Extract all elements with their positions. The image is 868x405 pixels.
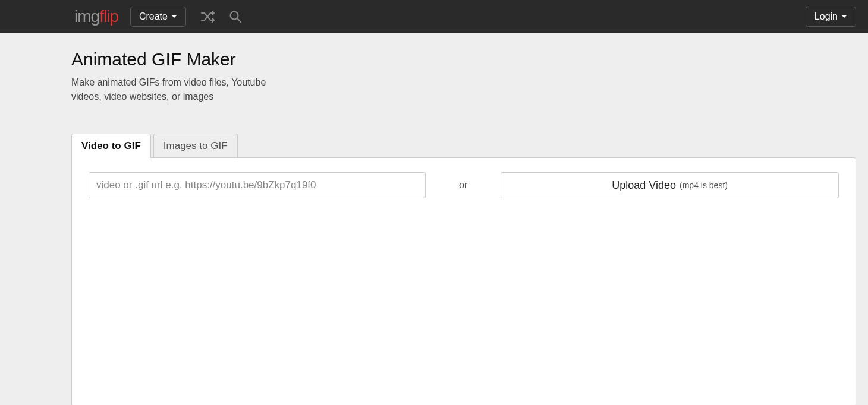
page-title: Animated GIF Maker — [71, 49, 868, 69]
create-button[interactable]: Create — [130, 7, 186, 27]
or-text: or — [459, 180, 467, 191]
shuffle-icon[interactable] — [200, 11, 216, 23]
header-left: imgflip Create — [74, 7, 242, 27]
upload-label: Upload Video — [612, 179, 676, 192]
page-subtitle: Make animated GIFs from video files, You… — [71, 75, 297, 104]
tab-video-to-gif[interactable]: Video to GIF — [71, 134, 151, 158]
input-row: or Upload Video (mp4 is best) — [89, 172, 839, 198]
tab-panel: or Upload Video (mp4 is best) — [71, 157, 856, 405]
login-label: Login — [814, 11, 838, 22]
header-icons — [200, 10, 242, 23]
tabs-container: Video to GIF Images to GIF or Upload Vid… — [71, 134, 868, 405]
tab-images-to-gif[interactable]: Images to GIF — [153, 134, 238, 158]
logo[interactable]: imgflip — [74, 7, 118, 26]
upload-video-button[interactable]: Upload Video (mp4 is best) — [501, 172, 839, 198]
logo-img-text: img — [74, 7, 99, 26]
content: Animated GIF Maker Make animated GIFs fr… — [0, 33, 868, 405]
tabs: Video to GIF Images to GIF — [71, 134, 868, 158]
create-label: Create — [139, 11, 168, 22]
search-icon[interactable] — [229, 10, 242, 23]
caret-down-icon — [171, 15, 177, 18]
video-url-input[interactable] — [89, 172, 426, 198]
login-button[interactable]: Login — [806, 7, 856, 27]
caret-down-icon — [841, 15, 847, 18]
upload-hint: (mp4 is best) — [680, 181, 728, 190]
svg-line-1 — [237, 18, 241, 22]
logo-flip-text: flip — [99, 7, 118, 26]
header: imgflip Create Login — [0, 0, 868, 33]
